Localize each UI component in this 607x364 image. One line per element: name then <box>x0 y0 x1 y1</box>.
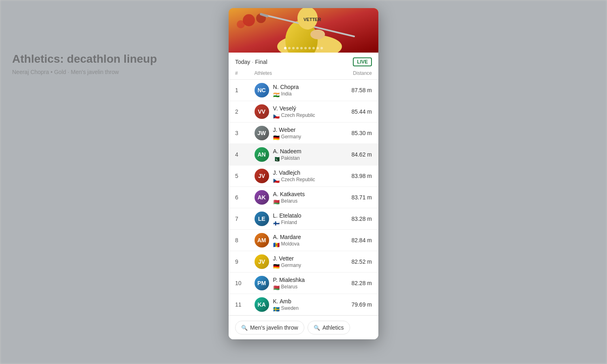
table-header: # Athletes Distance <box>229 69 378 80</box>
table-row[interactable]: 3 JW J. Weber 🇩🇪 Germany 85.30 m <box>229 123 378 144</box>
rank-cell: 11 <box>229 294 248 315</box>
athlete-avatar: AM <box>255 233 269 248</box>
athlete-name: A. Mardare <box>273 234 301 240</box>
search-tags: 🔍 Men's javelin throw 🔍 Athletics <box>229 315 378 339</box>
athlete-avatar: AN <box>255 147 269 162</box>
athlete-name: P. Mialeshka <box>273 277 305 283</box>
athlete-avatar: VV <box>255 104 269 119</box>
athlete-info: A. Mardare 🇲🇩 Moldova <box>273 234 301 247</box>
athlete-country: 🇫🇮 Finland <box>273 220 301 225</box>
header-date: Today·Final <box>235 59 267 65</box>
distance-cell: 83.71 m <box>337 187 378 208</box>
dot-5[interactable] <box>300 47 303 49</box>
hero-image: VETTER <box>229 8 378 53</box>
image-dots <box>284 47 323 49</box>
table-row[interactable]: 4 AN A. Nadeem 🇵🇰 Pakistan 84.62 m <box>229 144 378 165</box>
athlete-name: N. Chopra <box>273 84 299 90</box>
athlete-avatar: KA <box>255 297 269 312</box>
status-label: Final <box>255 59 267 65</box>
athlete-info: J. Vadlejch 🇨🇿 Czech Republic <box>273 169 315 182</box>
athlete-info: J. Weber 🇩🇪 Germany <box>273 127 301 140</box>
svg-text:VETTER: VETTER <box>304 17 321 22</box>
distance-cell: 83.28 m <box>337 208 378 230</box>
athlete-cell: PM P. Mialeshka 🇧🇾 Belarus <box>248 273 338 294</box>
table-row[interactable]: 11 KA K. Amb 🇸🇪 Sweden 79.69 m <box>229 294 378 315</box>
table-row[interactable]: 6 AK A. Katkavets 🇧🇾 Belarus 83.71 m <box>229 187 378 208</box>
col-athletes: Athletes <box>248 69 338 80</box>
rank-cell: 8 <box>229 230 248 251</box>
flag-icon: 🇩🇪 <box>273 135 280 139</box>
table-row[interactable]: 9 JV J. Vetter 🇩🇪 Germany 82.52 m <box>229 251 378 273</box>
rank-cell: 5 <box>229 165 248 187</box>
dot-6[interactable] <box>304 47 307 49</box>
dot-2[interactable] <box>288 47 291 49</box>
athlete-info: A. Katkavets 🇧🇾 Belarus <box>273 191 305 204</box>
distance-cell: 83.98 m <box>337 165 378 187</box>
flag-icon: 🇲🇩 <box>273 242 280 246</box>
search-tag-javelin[interactable]: 🔍 Men's javelin throw <box>235 321 304 334</box>
athlete-cell: AK A. Katkavets 🇧🇾 Belarus <box>248 187 338 208</box>
table-row[interactable]: 7 LE L. Etelatalo 🇫🇮 Finland 83.28 m <box>229 208 378 230</box>
athlete-info: P. Mialeshka 🇧🇾 Belarus <box>273 277 305 290</box>
dot-10[interactable] <box>320 47 323 49</box>
athlete-country: 🇲🇩 Moldova <box>273 241 301 247</box>
dot-8[interactable] <box>312 47 315 49</box>
search-icon-athletics: 🔍 <box>314 325 320 331</box>
athlete-country: 🇩🇪 Germany <box>273 262 301 268</box>
athlete-cell: JV J. Vadlejch 🇨🇿 Czech Republic <box>248 165 338 187</box>
results-table: # Athletes Distance 1 NC N. Chopra 🇮🇳 In… <box>229 69 378 315</box>
athlete-country: 🇧🇾 Belarus <box>273 198 305 204</box>
svg-point-8 <box>310 30 325 39</box>
athlete-avatar: JV <box>255 169 269 183</box>
athlete-avatar: PM <box>255 276 269 290</box>
athlete-name: A. Nadeem <box>273 148 301 154</box>
distance-cell: 82.84 m <box>337 230 378 251</box>
athlete-cell: VV V. Veselý 🇨🇿 Czech Republic <box>248 101 338 123</box>
flag-icon: 🇵🇰 <box>273 156 280 161</box>
distance-cell: 79.69 m <box>337 294 378 315</box>
table-row[interactable]: 5 JV J. Vadlejch 🇨🇿 Czech Republic 83.98… <box>229 165 378 187</box>
athlete-country: 🇵🇰 Pakistan <box>273 155 301 161</box>
table-row[interactable]: 1 NC N. Chopra 🇮🇳 India 87.58 m <box>229 80 378 101</box>
flag-icon: 🇧🇾 <box>273 285 280 289</box>
athlete-avatar: AK <box>255 190 269 205</box>
search-icon-javelin: 🔍 <box>241 325 248 331</box>
athlete-info: K. Amb 🇸🇪 Sweden <box>273 298 299 311</box>
svg-point-3 <box>237 20 245 28</box>
search-tag-athletics[interactable]: 🔍 Athletics <box>308 321 350 334</box>
distance-cell: 82.52 m <box>337 251 378 273</box>
hero-svg: VETTER <box>229 8 378 53</box>
col-distance: Distance <box>337 69 378 80</box>
table-body: 1 NC N. Chopra 🇮🇳 India 87.58 m 2 VV V. … <box>229 80 378 315</box>
athlete-country: 🇮🇳 India <box>273 91 299 97</box>
separator: · <box>252 59 253 65</box>
athlete-avatar: NC <box>255 83 269 97</box>
athlete-info: L. Etelatalo 🇫🇮 Finland <box>273 212 301 225</box>
dot-4[interactable] <box>296 47 299 49</box>
athlete-name: K. Amb <box>273 298 299 305</box>
table-row[interactable]: 8 AM A. Mardare 🇲🇩 Moldova 82.84 m <box>229 230 378 251</box>
distance-cell: 82.28 m <box>337 273 378 294</box>
flag-icon: 🇩🇪 <box>273 263 280 268</box>
athlete-cell: AM A. Mardare 🇲🇩 Moldova <box>248 230 338 251</box>
athlete-avatar: JW <box>255 126 269 140</box>
athlete-country: 🇩🇪 Germany <box>273 134 301 140</box>
modal-header: Today·Final LIVE <box>229 53 378 69</box>
flag-icon: 🇨🇿 <box>273 178 280 182</box>
athlete-name: A. Katkavets <box>273 191 305 197</box>
table-row[interactable]: 2 VV V. Veselý 🇨🇿 Czech Republic 85.44 m <box>229 101 378 123</box>
search-tag-javelin-label: Men's javelin throw <box>250 324 298 331</box>
modal-content[interactable]: # Athletes Distance 1 NC N. Chopra 🇮🇳 In… <box>229 69 378 315</box>
flag-icon: 🇮🇳 <box>273 92 280 96</box>
distance-cell: 85.30 m <box>337 123 378 144</box>
rank-cell: 3 <box>229 123 248 144</box>
athlete-cell: JW J. Weber 🇩🇪 Germany <box>248 123 338 144</box>
distance-cell: 87.58 m <box>337 80 378 101</box>
flag-icon: 🇫🇮 <box>273 220 280 225</box>
table-row[interactable]: 10 PM P. Mialeshka 🇧🇾 Belarus 82.28 m <box>229 273 378 294</box>
dot-3[interactable] <box>292 47 295 49</box>
dot-9[interactable] <box>316 47 319 49</box>
distance-cell: 85.44 m <box>337 101 378 123</box>
dot-7[interactable] <box>308 47 311 49</box>
dot-1[interactable] <box>284 47 287 49</box>
